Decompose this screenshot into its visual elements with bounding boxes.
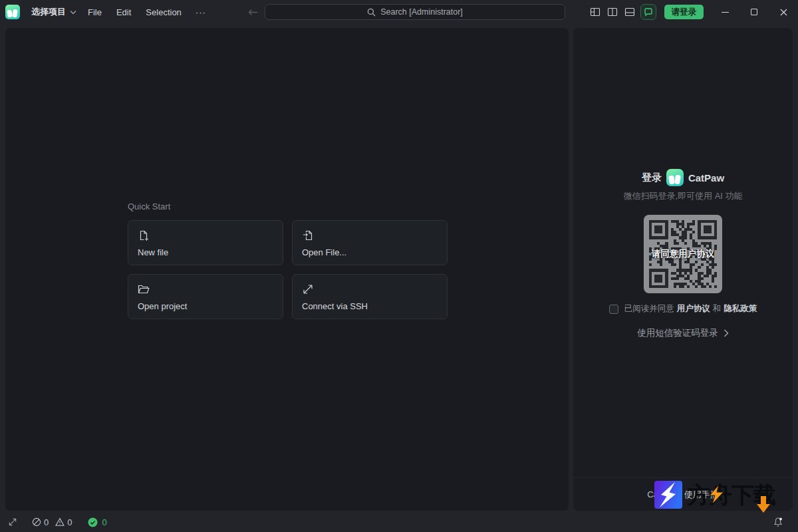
check-circle-icon (88, 517, 98, 527)
maximize-button[interactable] (739, 0, 769, 24)
remote-icon[interactable] (8, 517, 17, 527)
qr-overlay-text: 请同意用户协议 (644, 215, 722, 293)
lightning-bolt-icon (708, 485, 726, 504)
search-input[interactable]: Search [Administrator] (265, 4, 565, 20)
warning-count: 0 (67, 517, 72, 527)
agreement-prefix: 已阅读并同意 (624, 303, 674, 315)
brand-name: CatPaw (688, 172, 724, 184)
card-label: Open project (138, 301, 273, 311)
open-project-card[interactable]: Open project (128, 274, 283, 319)
quick-start-section: Quick Start New file Open File... Open p… (128, 201, 450, 319)
customize-layout-icon[interactable] (587, 3, 604, 21)
ark-download-logo (654, 481, 682, 509)
login-panel: 登录 CatPaw 微信扫码登录,即可使用 AI 功能 请同意用户协议 已阅读并… (573, 28, 793, 511)
editor-welcome-panel: Quick Start New file Open File... Open p… (5, 28, 569, 511)
open-file-card[interactable]: Open File... (292, 220, 448, 265)
sms-login-label: 使用短信验证码登录 (637, 327, 718, 339)
close-icon (780, 9, 787, 16)
card-label: Open File... (302, 247, 438, 257)
privacy-link[interactable]: 隐私政策 (724, 303, 757, 315)
menu-file[interactable]: File (80, 5, 109, 20)
new-file-card[interactable]: New file (128, 220, 283, 265)
menu-selection[interactable]: Selection (138, 5, 188, 20)
status-bar: 0 0 0 (0, 512, 798, 532)
agreement-conjunction: 和 (713, 303, 722, 315)
quick-start-label: Quick Start (128, 201, 450, 211)
title-bar: 选择项目 File Edit Selection ··· Search [Adm… (0, 0, 798, 24)
download-arrow-icon (757, 496, 770, 513)
remote-ssh-icon (302, 283, 438, 295)
login-title-prefix: 登录 (642, 172, 662, 184)
agreement-checkbox[interactable] (609, 305, 618, 314)
agreement-row: 已阅读并同意 用户协议 和 隐私政策 (573, 303, 793, 315)
search-icon (367, 8, 376, 17)
bell-icon[interactable] (773, 517, 783, 527)
project-selector-label: 选择项目 (31, 6, 66, 18)
nav-back-icon[interactable] (246, 5, 261, 19)
chat-icon[interactable] (640, 4, 656, 20)
search-text: Search [Administrator] (380, 7, 463, 17)
sms-login-link[interactable]: 使用短信验证码登录 (573, 327, 793, 339)
connect-ssh-card[interactable]: Connect via SSH (292, 274, 448, 319)
error-icon (32, 517, 41, 527)
catpaw-logo (666, 169, 684, 186)
catpaw-app-icon (5, 5, 20, 19)
menu-more-button[interactable]: ··· (189, 5, 213, 20)
login-button[interactable]: 请登录 (664, 5, 704, 19)
checks-indicator[interactable]: 0 (88, 517, 106, 527)
new-file-icon (138, 229, 273, 241)
chevron-right-icon (724, 329, 729, 337)
menu-edit[interactable]: Edit (109, 5, 138, 20)
warning-icon (55, 517, 65, 527)
split-editor-icon[interactable] (604, 3, 621, 21)
pass-count: 0 (102, 517, 106, 527)
toggle-panel-icon[interactable] (621, 3, 638, 21)
error-count: 0 (44, 517, 49, 527)
problems-indicator[interactable]: 0 0 (32, 517, 76, 527)
chevron-down-icon (70, 10, 76, 15)
open-folder-icon (138, 283, 273, 295)
terms-link[interactable]: 用户协议 (677, 303, 710, 315)
card-label: New file (138, 247, 273, 257)
card-label: Connect via SSH (302, 301, 438, 311)
minimize-button[interactable] (710, 0, 739, 24)
login-subtitle: 微信扫码登录,即可使用 AI 功能 (573, 190, 793, 202)
close-button[interactable] (769, 0, 798, 24)
open-file-icon (302, 229, 438, 241)
project-selector-dropdown[interactable]: 选择项目 (27, 3, 80, 21)
wechat-qr-code[interactable]: 请同意用户协议 (644, 215, 722, 293)
